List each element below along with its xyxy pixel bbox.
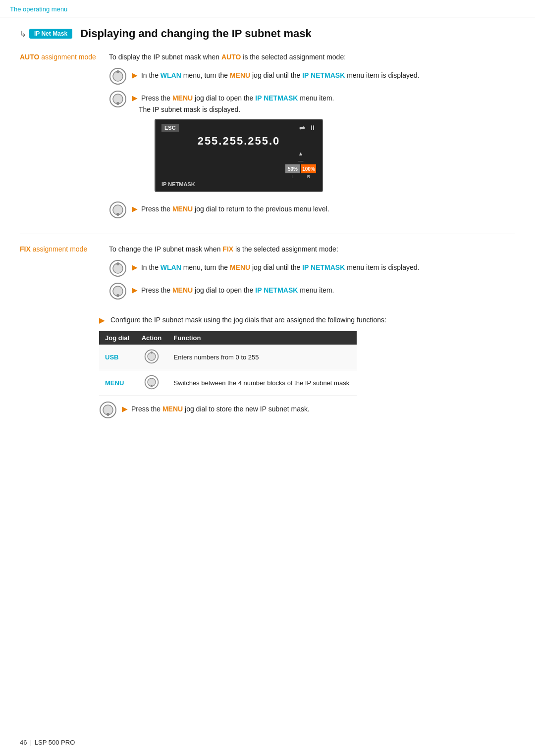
step1-end: menu item is displayed. — [345, 71, 419, 79]
fix-mode-text: assignment mode — [31, 245, 87, 253]
screen-ip-label: IP NETMASK — [161, 181, 195, 187]
jog-name-menu: MENU — [99, 370, 136, 396]
table-row: MENU Switches between the 4 number block… — [99, 370, 357, 396]
screen-bottom-row: IP NETMASK — [161, 181, 316, 187]
svg-point-2 — [116, 70, 119, 73]
fix-step2-before: Press the — [141, 286, 172, 294]
configure-arrow: ▶ — [99, 316, 105, 324]
svg-point-16 — [148, 353, 156, 360]
jog-table-header-jog: Jog dial — [99, 331, 136, 345]
section-divider-1 — [20, 234, 515, 234]
step3-end: jog dial to return to the previous menu … — [193, 205, 329, 213]
svg-point-8 — [116, 213, 119, 216]
jog-dial-icon-1 — [109, 67, 127, 85]
auto-intro-before: To display the IP subnet mask when — [109, 53, 221, 61]
auto-step-2-subtext: The IP subnet mask is displayed. — [132, 103, 334, 115]
fix-step1-kw2: MENU — [230, 263, 250, 271]
svg-point-11 — [116, 262, 119, 265]
jog-dial-icon-2 — [109, 90, 127, 108]
auto-intro-kw: AUTO — [221, 53, 241, 61]
final-jog-dial-icon — [99, 401, 117, 419]
fix-step-1-text: ▶ In the WLAN menu, turn the MENU jog di… — [132, 259, 419, 273]
section-title: Displaying and changing the IP subnet ma… — [80, 27, 312, 40]
fix-step1-before: In the — [141, 263, 160, 271]
breadcrumb: The operating menu — [0, 0, 535, 17]
auto-intro-after: is the selected assignment mode: — [241, 53, 346, 61]
badge-label: IP Net Mask — [29, 29, 72, 39]
final-step-kw: MENU — [162, 405, 183, 413]
fix-step-2-text: ▶ Press the MENU jog dial to open the IP… — [132, 282, 334, 296]
final-step-before: Press the — [131, 405, 162, 413]
screen-line: — — [298, 157, 304, 163]
step1-kw2: MENU — [230, 71, 250, 79]
screen-icons-right: ⇌ ⏸ — [299, 124, 316, 132]
svg-point-19 — [148, 378, 156, 386]
step2-kw1: MENU — [172, 94, 193, 102]
svg-point-14 — [116, 294, 119, 297]
configure-step-intro: ▶ Configure the IP subnet mask using the… — [99, 315, 515, 325]
wifi-icon: ⇌ — [299, 124, 305, 132]
step1-kw3: IP NETMASK — [302, 71, 345, 79]
screen-esc-label: ESC — [161, 124, 179, 132]
level-bar-left: 50% — [285, 164, 300, 173]
fix-step-arrow-1: ▶ — [132, 263, 137, 271]
ip-net-mask-badge: ↳ IP Net Mask — [20, 29, 72, 39]
fix-jog-dial-icon-1 — [109, 259, 127, 277]
svg-point-5 — [116, 102, 119, 105]
fix-mode-label: FIX assignment mode — [20, 244, 99, 305]
fix-step1-end: menu item is displayed. — [345, 263, 419, 271]
fix-step-1: ▶ In the WLAN menu, turn the MENU jog di… — [109, 259, 515, 277]
table-row: USB Enters numbers from 0 to 255 — [99, 345, 357, 370]
step2-before: Press the — [141, 94, 172, 102]
step1-mid2: jog dial until the — [250, 71, 302, 79]
auto-mode-content: To display the IP subnet mask when AUTO … — [109, 52, 515, 224]
jog-function-usb: Enters numbers from 0 to 255 — [168, 345, 357, 370]
fix-step2-kw1: MENU — [172, 286, 193, 294]
step1-kw1: WLAN — [160, 71, 181, 79]
fix-step-2: ▶ Press the MENU jog dial to open the IP… — [109, 282, 515, 300]
final-step-arrow: ▶ — [122, 405, 127, 413]
screen-up-arrow: ▲ — [298, 151, 304, 156]
fix-keyword: FIX — [20, 245, 31, 253]
fix-step-arrow-2: ▶ — [132, 286, 137, 294]
step-arrow-1: ▶ — [132, 71, 137, 79]
channel-r-label: R — [301, 174, 316, 179]
jog-table: Jog dial Action Function USB Enters — [99, 331, 357, 396]
page-footer: 46|LSP 500 PRO — [20, 739, 75, 746]
fix-step1-mid2: jog dial until the — [250, 263, 302, 271]
jog-table-head: Jog dial Action Function — [99, 331, 357, 345]
fix-mode-content: To change the IP subnet mask when FIX is… — [109, 244, 515, 305]
fix-intro-before: To change the IP subnet mask when — [109, 245, 222, 253]
fix-mode-intro: To change the IP subnet mask when FIX is… — [109, 244, 515, 254]
jog-dial-icon-3 — [109, 201, 127, 219]
step-arrow-3: ▶ — [132, 205, 137, 213]
jog-name-usb: USB — [99, 345, 136, 370]
screen-ip-value: 255.255.255.0 — [161, 135, 316, 148]
auto-mode-section: AUTO assignment mode To display the IP s… — [20, 52, 515, 224]
auto-step-2: ▶ Press the MENU jog dial to open the IP… — [109, 90, 515, 196]
step2-end: menu item. — [298, 94, 334, 102]
jog-action-menu — [136, 370, 168, 396]
fix-intro-kw: FIX — [222, 245, 233, 253]
footer-separator: | — [30, 739, 31, 746]
step2-mid1: jog dial to open the — [193, 94, 255, 102]
level-bar-right: 100% — [301, 164, 316, 173]
pause-icon: ⏸ — [309, 124, 316, 132]
product-name: LSP 500 PRO — [35, 739, 75, 746]
display-screen: ESC ⇌ ⏸ 255.255.255.0 ▲ — — [155, 119, 323, 192]
fix-step2-end: menu item. — [298, 286, 334, 294]
configure-block: ▶ Configure the IP subnet mask using the… — [99, 315, 515, 419]
svg-point-17 — [151, 352, 153, 353]
step3-kw1: MENU — [172, 205, 193, 213]
jog-function-menu: Switches between the 4 number blocks of … — [168, 370, 357, 396]
step1-before: In the — [141, 71, 160, 79]
auto-step-3: ▶ Press the MENU jog dial to return to t… — [109, 201, 515, 219]
fix-mode-section: FIX assignment mode To change the IP sub… — [20, 244, 515, 305]
main-content: ↳ IP Net Mask Displaying and changing th… — [0, 17, 535, 444]
svg-point-23 — [107, 413, 109, 416]
auto-step-1-text: ▶ In the WLAN menu, turn the MENU jog di… — [132, 67, 419, 81]
fix-step1-mid1: menu, turn the — [181, 263, 230, 271]
jog-table-header-action: Action — [136, 331, 168, 345]
fix-intro-after: is the selected assignment mode: — [233, 245, 338, 253]
breadcrumb-link[interactable]: The operating menu — [10, 5, 67, 13]
